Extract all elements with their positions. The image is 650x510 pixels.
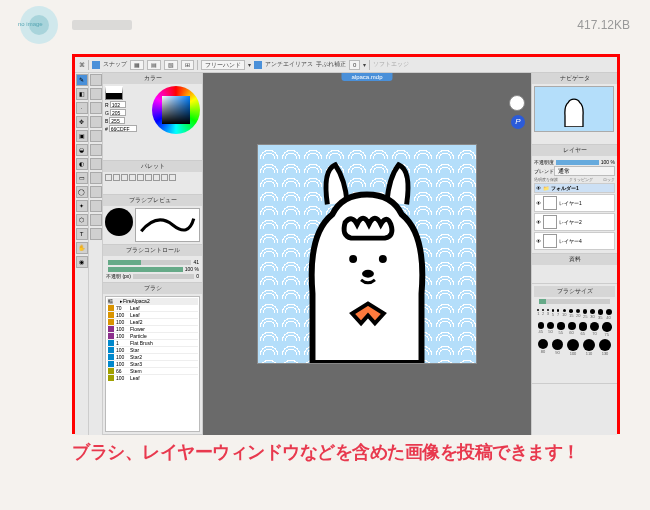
r-input[interactable] [110, 101, 126, 108]
canvas[interactable] [257, 144, 477, 364]
post-title [72, 20, 132, 30]
tool-icon[interactable] [90, 158, 102, 170]
brushsize-dot[interactable]: 35 [598, 309, 604, 320]
tool-icon[interactable] [90, 88, 102, 100]
fill-tool[interactable]: ▣ [76, 130, 88, 142]
brushsize-dot[interactable]: 90 [552, 339, 563, 356]
layer-item[interactable]: 👁レイヤー1 [534, 194, 615, 212]
brushsize-dot[interactable]: 130 [599, 339, 611, 356]
brush-list-item[interactable]: 100Star2 [107, 353, 198, 360]
chevron-down-icon[interactable]: ▾ [363, 61, 366, 68]
brushsize-dot[interactable]: 30 [590, 309, 595, 320]
brushsize-dot[interactable]: 55 [557, 322, 565, 337]
lasso-tool[interactable]: ◯ [76, 186, 88, 198]
brushsize-dot[interactable]: 3 [547, 309, 549, 320]
grid-btn4[interactable]: ⊞ [181, 60, 194, 70]
eye-icon[interactable]: 👁 [536, 200, 541, 206]
bs-slider[interactable] [539, 299, 610, 304]
tool-icon[interactable] [90, 74, 102, 86]
brushsize-dot[interactable]: 15 [569, 309, 573, 320]
brush-list-item[interactable]: 70Leaf [107, 304, 198, 311]
fg-bg-swatch[interactable] [105, 86, 123, 100]
brushsize-dot[interactable]: 5 [552, 309, 555, 320]
b-input[interactable] [109, 117, 125, 124]
eye-icon[interactable]: 👁 [536, 219, 541, 225]
brush-list[interactable]: 幅▸FireAlpaca2 70Leaf100Leaf100Leaf2100Fl… [105, 296, 200, 432]
size-slider[interactable] [108, 260, 191, 265]
hex-input[interactable] [109, 125, 137, 132]
snap-checkbox[interactable] [92, 61, 100, 69]
blend-select[interactable]: 通常 [554, 166, 615, 176]
navigator-thumb[interactable] [534, 86, 614, 132]
grid-btn2[interactable]: ▤ [147, 60, 161, 70]
eye-icon[interactable]: 👁 [536, 185, 541, 191]
brush-list-item[interactable]: 1Flat Brush [107, 339, 198, 346]
brush-list-item[interactable]: 100Leaf [107, 311, 198, 318]
brush-list-item[interactable]: 100Flower [107, 325, 198, 332]
brushsize-dot[interactable]: 65 [579, 322, 588, 337]
pen-select-tool[interactable]: ⬡ [76, 214, 88, 226]
tool-icon[interactable] [90, 116, 102, 128]
brushsize-dot[interactable]: 70 [590, 322, 599, 337]
user-avatar-icon[interactable] [509, 95, 525, 111]
tool-icon[interactable] [90, 200, 102, 212]
brushsize-grid[interactable]: 1235710152025303540455055606570758090100… [534, 306, 615, 359]
eye-icon[interactable]: 👁 [536, 238, 541, 244]
grid-btn3[interactable]: ▧ [164, 60, 178, 70]
gradient-tool[interactable]: ◐ [76, 158, 88, 170]
brushsize-dot[interactable]: 40 [606, 309, 612, 320]
brush-list-item[interactable]: 100Particle [107, 332, 198, 339]
dot-tool[interactable]: · [76, 102, 88, 114]
brushsize-dot[interactable]: 60 [568, 322, 576, 337]
tool-icon[interactable] [90, 130, 102, 142]
brush-tool[interactable]: ✎ [76, 74, 88, 86]
grid-btn[interactable]: ▦ [130, 60, 144, 70]
aa-checkbox[interactable] [254, 61, 262, 69]
brushsize-dot[interactable]: 75 [602, 322, 612, 337]
brushsize-dot[interactable]: 10 [562, 309, 566, 320]
brushsize-dot[interactable]: 1 [537, 309, 539, 320]
brushsize-dot[interactable]: 80 [538, 339, 548, 356]
brushsize-dot[interactable]: 25 [583, 309, 588, 320]
color-wheel[interactable] [152, 86, 200, 134]
layer-item[interactable]: 👁レイヤー4 [534, 232, 615, 250]
eyedrop-tool[interactable]: ◉ [76, 256, 88, 268]
brushsize-dot[interactable]: 50 [547, 322, 554, 337]
brushsize-dot[interactable]: 2 [542, 309, 544, 320]
brush-list-item[interactable]: 100Leaf [107, 374, 198, 381]
bucket-tool[interactable]: ◒ [76, 144, 88, 156]
tool-icon[interactable] [90, 172, 102, 184]
chevron-down-icon[interactable]: ▾ [248, 61, 251, 68]
brush-list-item[interactable]: 66Stem [107, 367, 198, 374]
tool-icon[interactable] [90, 144, 102, 156]
layer-folder[interactable]: 👁📁フォルダー1 [534, 183, 615, 193]
tool-icon[interactable] [90, 214, 102, 226]
hand-tool[interactable]: ✋ [76, 242, 88, 254]
brushsize-dot[interactable]: 7 [557, 309, 560, 320]
layer-opacity-slider[interactable] [556, 160, 599, 165]
soft-slider[interactable] [133, 274, 194, 279]
brush-list-item[interactable]: 100Star [107, 346, 198, 353]
eraser-tool[interactable]: ◧ [76, 88, 88, 100]
brush-list-item[interactable]: 100Star3 [107, 360, 198, 367]
freehand-select[interactable]: フリーハンド [201, 60, 245, 70]
move-tool[interactable]: ✥ [76, 116, 88, 128]
p-badge-icon[interactable]: P [511, 115, 525, 129]
brush-list-item[interactable]: 100Leaf2 [107, 318, 198, 325]
layer-item[interactable]: 👁レイヤー2 [534, 213, 615, 231]
wand-tool[interactable]: ✦ [76, 200, 88, 212]
brushsize-dot[interactable]: 45 [538, 322, 545, 337]
brushsize-dot[interactable]: 20 [576, 309, 580, 320]
brushsize-dot[interactable]: 100 [567, 339, 579, 356]
canvas-tab[interactable]: alpaca.mdp [341, 73, 392, 81]
shake-value[interactable]: 0 [349, 60, 360, 70]
text-tool[interactable]: T [76, 228, 88, 240]
tool-icon[interactable] [90, 102, 102, 114]
g-input[interactable] [110, 109, 126, 116]
opacity-slider[interactable] [108, 267, 183, 272]
tool-icon[interactable] [90, 228, 102, 240]
palette-grid[interactable] [103, 172, 202, 194]
select-tool[interactable]: ▭ [76, 172, 88, 184]
tool-icon[interactable] [90, 186, 102, 198]
brushsize-dot[interactable]: 110 [583, 339, 595, 356]
